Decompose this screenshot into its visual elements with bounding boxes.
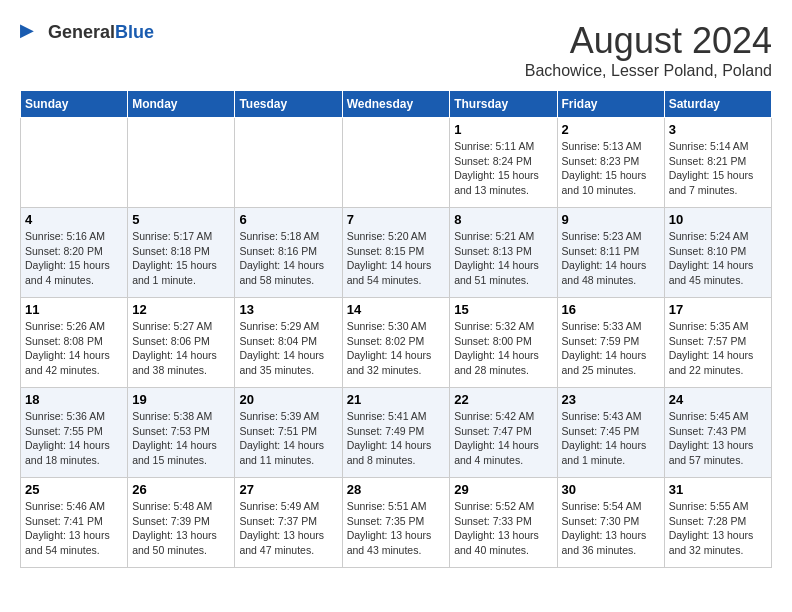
day-number: 10 [669, 212, 767, 227]
calendar-cell: 16Sunrise: 5:33 AM Sunset: 7:59 PM Dayli… [557, 298, 664, 388]
calendar-cell [235, 118, 342, 208]
day-number: 11 [25, 302, 123, 317]
calendar-cell: 6Sunrise: 5:18 AM Sunset: 8:16 PM Daylig… [235, 208, 342, 298]
day-number: 24 [669, 392, 767, 407]
day-number: 17 [669, 302, 767, 317]
day-number: 22 [454, 392, 552, 407]
week-row-2: 4Sunrise: 5:16 AM Sunset: 8:20 PM Daylig… [21, 208, 772, 298]
day-info: Sunrise: 5:26 AM Sunset: 8:08 PM Dayligh… [25, 319, 123, 378]
day-number: 14 [347, 302, 446, 317]
day-info: Sunrise: 5:32 AM Sunset: 8:00 PM Dayligh… [454, 319, 552, 378]
day-info: Sunrise: 5:55 AM Sunset: 7:28 PM Dayligh… [669, 499, 767, 558]
day-info: Sunrise: 5:51 AM Sunset: 7:35 PM Dayligh… [347, 499, 446, 558]
calendar-cell: 30Sunrise: 5:54 AM Sunset: 7:30 PM Dayli… [557, 478, 664, 568]
day-number: 23 [562, 392, 660, 407]
day-info: Sunrise: 5:39 AM Sunset: 7:51 PM Dayligh… [239, 409, 337, 468]
day-info: Sunrise: 5:16 AM Sunset: 8:20 PM Dayligh… [25, 229, 123, 288]
week-row-4: 18Sunrise: 5:36 AM Sunset: 7:55 PM Dayli… [21, 388, 772, 478]
day-info: Sunrise: 5:35 AM Sunset: 7:57 PM Dayligh… [669, 319, 767, 378]
calendar-cell: 19Sunrise: 5:38 AM Sunset: 7:53 PM Dayli… [128, 388, 235, 478]
week-row-5: 25Sunrise: 5:46 AM Sunset: 7:41 PM Dayli… [21, 478, 772, 568]
day-number: 25 [25, 482, 123, 497]
day-number: 12 [132, 302, 230, 317]
day-info: Sunrise: 5:33 AM Sunset: 7:59 PM Dayligh… [562, 319, 660, 378]
calendar-cell: 26Sunrise: 5:48 AM Sunset: 7:39 PM Dayli… [128, 478, 235, 568]
calendar-cell: 5Sunrise: 5:17 AM Sunset: 8:18 PM Daylig… [128, 208, 235, 298]
logo-icon: ▶ [20, 20, 44, 44]
calendar-cell: 31Sunrise: 5:55 AM Sunset: 7:28 PM Dayli… [664, 478, 771, 568]
day-info: Sunrise: 5:30 AM Sunset: 8:02 PM Dayligh… [347, 319, 446, 378]
day-number: 4 [25, 212, 123, 227]
location-title: Bachowice, Lesser Poland, Poland [525, 62, 772, 80]
day-number: 8 [454, 212, 552, 227]
day-info: Sunrise: 5:23 AM Sunset: 8:11 PM Dayligh… [562, 229, 660, 288]
day-number: 2 [562, 122, 660, 137]
day-info: Sunrise: 5:43 AM Sunset: 7:45 PM Dayligh… [562, 409, 660, 468]
weekday-header-wednesday: Wednesday [342, 91, 450, 118]
calendar-cell [342, 118, 450, 208]
day-number: 7 [347, 212, 446, 227]
day-info: Sunrise: 5:18 AM Sunset: 8:16 PM Dayligh… [239, 229, 337, 288]
day-info: Sunrise: 5:11 AM Sunset: 8:24 PM Dayligh… [454, 139, 552, 198]
day-info: Sunrise: 5:52 AM Sunset: 7:33 PM Dayligh… [454, 499, 552, 558]
calendar-cell: 2Sunrise: 5:13 AM Sunset: 8:23 PM Daylig… [557, 118, 664, 208]
calendar-cell [128, 118, 235, 208]
day-number: 19 [132, 392, 230, 407]
calendar-cell: 7Sunrise: 5:20 AM Sunset: 8:15 PM Daylig… [342, 208, 450, 298]
weekday-header-saturday: Saturday [664, 91, 771, 118]
day-number: 21 [347, 392, 446, 407]
day-number: 31 [669, 482, 767, 497]
day-info: Sunrise: 5:42 AM Sunset: 7:47 PM Dayligh… [454, 409, 552, 468]
calendar-cell [21, 118, 128, 208]
logo: ▶ GeneralBlue [20, 20, 154, 44]
calendar-cell: 29Sunrise: 5:52 AM Sunset: 7:33 PM Dayli… [450, 478, 557, 568]
calendar-cell: 13Sunrise: 5:29 AM Sunset: 8:04 PM Dayli… [235, 298, 342, 388]
page-header: ▶ GeneralBlue August 2024 Bachowice, Les… [20, 20, 772, 80]
day-number: 15 [454, 302, 552, 317]
calendar-cell: 17Sunrise: 5:35 AM Sunset: 7:57 PM Dayli… [664, 298, 771, 388]
weekday-header-sunday: Sunday [21, 91, 128, 118]
calendar-cell: 28Sunrise: 5:51 AM Sunset: 7:35 PM Dayli… [342, 478, 450, 568]
day-info: Sunrise: 5:24 AM Sunset: 8:10 PM Dayligh… [669, 229, 767, 288]
day-number: 26 [132, 482, 230, 497]
calendar-cell: 14Sunrise: 5:30 AM Sunset: 8:02 PM Dayli… [342, 298, 450, 388]
day-info: Sunrise: 5:27 AM Sunset: 8:06 PM Dayligh… [132, 319, 230, 378]
calendar-cell: 12Sunrise: 5:27 AM Sunset: 8:06 PM Dayli… [128, 298, 235, 388]
svg-text:▶: ▶ [20, 20, 34, 40]
day-number: 29 [454, 482, 552, 497]
calendar-cell: 18Sunrise: 5:36 AM Sunset: 7:55 PM Dayli… [21, 388, 128, 478]
day-number: 16 [562, 302, 660, 317]
logo-general: General [48, 22, 115, 42]
day-info: Sunrise: 5:49 AM Sunset: 7:37 PM Dayligh… [239, 499, 337, 558]
weekday-header-row: SundayMondayTuesdayWednesdayThursdayFrid… [21, 91, 772, 118]
calendar-cell: 27Sunrise: 5:49 AM Sunset: 7:37 PM Dayli… [235, 478, 342, 568]
day-info: Sunrise: 5:13 AM Sunset: 8:23 PM Dayligh… [562, 139, 660, 198]
calendar-cell: 3Sunrise: 5:14 AM Sunset: 8:21 PM Daylig… [664, 118, 771, 208]
day-number: 5 [132, 212, 230, 227]
calendar-cell: 9Sunrise: 5:23 AM Sunset: 8:11 PM Daylig… [557, 208, 664, 298]
calendar-cell: 22Sunrise: 5:42 AM Sunset: 7:47 PM Dayli… [450, 388, 557, 478]
day-number: 13 [239, 302, 337, 317]
weekday-header-friday: Friday [557, 91, 664, 118]
weekday-header-monday: Monday [128, 91, 235, 118]
day-info: Sunrise: 5:54 AM Sunset: 7:30 PM Dayligh… [562, 499, 660, 558]
calendar-cell: 8Sunrise: 5:21 AM Sunset: 8:13 PM Daylig… [450, 208, 557, 298]
week-row-1: 1Sunrise: 5:11 AM Sunset: 8:24 PM Daylig… [21, 118, 772, 208]
week-row-3: 11Sunrise: 5:26 AM Sunset: 8:08 PM Dayli… [21, 298, 772, 388]
day-info: Sunrise: 5:46 AM Sunset: 7:41 PM Dayligh… [25, 499, 123, 558]
calendar-cell: 25Sunrise: 5:46 AM Sunset: 7:41 PM Dayli… [21, 478, 128, 568]
day-number: 27 [239, 482, 337, 497]
logo-blue: Blue [115, 22, 154, 42]
day-number: 9 [562, 212, 660, 227]
day-info: Sunrise: 5:20 AM Sunset: 8:15 PM Dayligh… [347, 229, 446, 288]
month-title: August 2024 [525, 20, 772, 62]
day-number: 18 [25, 392, 123, 407]
day-number: 20 [239, 392, 337, 407]
day-number: 30 [562, 482, 660, 497]
calendar-cell: 11Sunrise: 5:26 AM Sunset: 8:08 PM Dayli… [21, 298, 128, 388]
calendar-cell: 10Sunrise: 5:24 AM Sunset: 8:10 PM Dayli… [664, 208, 771, 298]
day-info: Sunrise: 5:41 AM Sunset: 7:49 PM Dayligh… [347, 409, 446, 468]
weekday-header-tuesday: Tuesday [235, 91, 342, 118]
day-number: 6 [239, 212, 337, 227]
day-info: Sunrise: 5:48 AM Sunset: 7:39 PM Dayligh… [132, 499, 230, 558]
